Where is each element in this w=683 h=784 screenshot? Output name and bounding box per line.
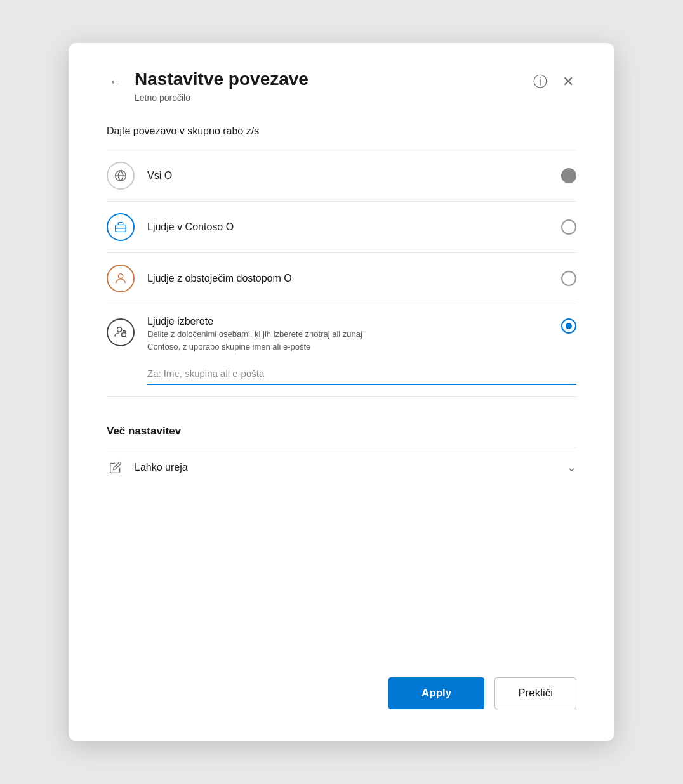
radio-contoso bbox=[561, 219, 576, 235]
dialog-subtitle: Letno poročilo bbox=[135, 93, 308, 103]
dialog-footer: Apply Prekliči bbox=[107, 665, 576, 709]
option-vsi-text: Vsi O bbox=[147, 170, 551, 181]
specific-input[interactable] bbox=[147, 363, 576, 385]
option-specific-text: Ljudje izberete Delite z določenimi oseb… bbox=[147, 316, 551, 353]
globe-icon bbox=[107, 162, 135, 190]
setting-row-edit[interactable]: Lahko ureja ⌄ bbox=[107, 448, 576, 487]
option-contoso[interactable]: Ljudje v Contoso O bbox=[107, 202, 576, 253]
radio-existing bbox=[561, 271, 576, 286]
more-settings-section: Več nastavitev Lahko ureja ⌄ bbox=[107, 425, 576, 639]
option-vsi[interactable]: Vsi O bbox=[107, 150, 576, 202]
share-section-label: Dajte povezavo v skupno rabo z/s bbox=[107, 126, 576, 137]
briefcase-icon bbox=[107, 213, 135, 241]
cancel-button[interactable]: Prekliči bbox=[494, 677, 576, 709]
svg-point-5 bbox=[117, 327, 122, 331]
title-area: Nastavitve povezave Letno poročilo bbox=[135, 69, 308, 103]
header-actions: ⓘ ✕ bbox=[531, 72, 576, 91]
option-existing-text: Ljudje z obstoječim dostopom O bbox=[147, 273, 551, 284]
dialog-title: Nastavitve povezave bbox=[135, 69, 308, 90]
option-specific-title: Ljudje izberete bbox=[147, 316, 551, 327]
back-button[interactable]: ← bbox=[107, 72, 124, 90]
option-contoso-title: Ljudje v Contoso O bbox=[147, 221, 551, 233]
person-icon bbox=[107, 265, 135, 292]
option-existing-title: Ljudje z obstoječim dostopom O bbox=[147, 273, 551, 284]
pencil-icon bbox=[107, 459, 124, 476]
radio-specific bbox=[561, 318, 576, 334]
option-existing[interactable]: Ljudje z obstoječim dostopom O bbox=[107, 253, 576, 304]
option-vsi-title: Vsi O bbox=[147, 170, 551, 181]
svg-point-4 bbox=[118, 273, 123, 278]
setting-edit-label: Lahko ureja bbox=[135, 462, 567, 473]
apply-button[interactable]: Apply bbox=[388, 677, 484, 709]
radio-specific-inner bbox=[566, 323, 572, 329]
dialog: ← Nastavitve povezave Letno poročilo ⓘ ✕… bbox=[69, 43, 614, 741]
specific-input-area bbox=[107, 363, 576, 385]
radio-vsi bbox=[561, 168, 576, 183]
options-list: Vsi O Ljudje v Contoso O bbox=[107, 150, 576, 397]
close-button[interactable]: ✕ bbox=[560, 72, 576, 91]
option-specific-desc1: Delite z določenimi osebami, ki jih izbe… bbox=[147, 329, 551, 340]
dialog-header: ← Nastavitve povezave Letno poročilo ⓘ ✕ bbox=[107, 69, 576, 103]
info-button[interactable]: ⓘ bbox=[531, 72, 550, 91]
person-lock-icon bbox=[107, 318, 135, 346]
option-specific-desc2: Contoso, z uporabo skupine imen ali e-po… bbox=[147, 341, 551, 353]
header-left: ← Nastavitve povezave Letno poročilo bbox=[107, 69, 308, 103]
chevron-down-icon: ⌄ bbox=[567, 461, 576, 474]
option-specific[interactable]: Ljudje izberete Delite z določenimi oseb… bbox=[107, 304, 576, 397]
svg-rect-6 bbox=[122, 333, 126, 337]
option-contoso-text: Ljudje v Contoso O bbox=[147, 221, 551, 233]
more-settings-title: Več nastavitev bbox=[107, 425, 576, 438]
